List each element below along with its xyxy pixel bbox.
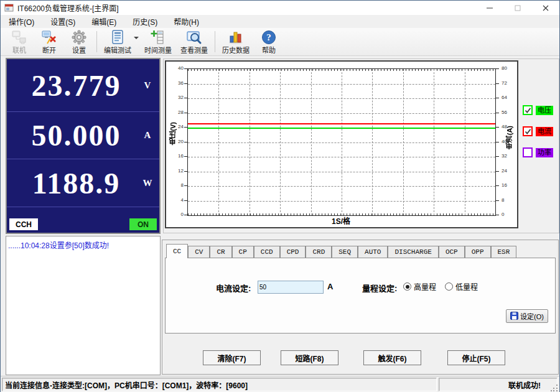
toolbar-history-data-button[interactable]: 历史数据 xyxy=(218,29,254,55)
voltage-value: 23.779 xyxy=(12,68,141,103)
close-button[interactable] xyxy=(531,1,559,15)
tab-esr[interactable]: ESR xyxy=(491,246,517,258)
button-stop[interactable]: 停止(F5) xyxy=(447,350,505,365)
current-set-unit: A xyxy=(327,282,333,291)
toolbar-setup-button[interactable]: 设置 xyxy=(64,29,94,55)
x-axis-label: 1S/格 xyxy=(187,215,495,226)
legend-item-current[interactable]: 电流 xyxy=(523,126,559,136)
axis-tick-mark xyxy=(184,113,187,113)
current-unit: A xyxy=(141,130,154,141)
axis-tick-mark xyxy=(184,200,187,201)
axis-tick-label: 16 xyxy=(502,183,514,188)
axis-tick-mark xyxy=(496,83,499,84)
button-clear[interactable]: 清除(F7) xyxy=(203,350,261,365)
axis-tick-label: 8 xyxy=(172,183,184,188)
axis-tick-mark xyxy=(184,185,187,186)
tab-ocp[interactable]: OCP xyxy=(439,246,465,258)
tab-auto[interactable]: AUTO xyxy=(358,246,388,258)
chart-plot-area xyxy=(187,68,496,216)
window-title: IT66200负载管理系统-[主界面] xyxy=(17,2,119,13)
range-radio-group: 高量程低量程 xyxy=(403,281,487,292)
axis-tick-label: 64 xyxy=(502,95,514,100)
log-message: ......10:04:28设置参[50]数成功! xyxy=(8,241,109,250)
menu-settings[interactable]: 设置(S) xyxy=(42,14,83,29)
action-button-row: 清除(F7)短路(F8)触发(F6)停止(F5) xyxy=(162,350,558,365)
axis-tick-label: 56 xyxy=(502,110,514,115)
toolbar-help-button[interactable]: ?帮助 xyxy=(254,29,284,55)
menu-history[interactable]: 历史(S) xyxy=(124,14,166,29)
status-connection-info: 当前连接信息-连接类型:[COM]，PC机串口号：[COM1]，波特率：[960… xyxy=(2,378,437,391)
control-panel: CCCVCRCPCCDCPDCRDSEQAUTODISCHARGEOCPOPPE… xyxy=(162,240,559,375)
gridline xyxy=(188,98,495,99)
help-icon: ? xyxy=(261,29,277,45)
connection-info-text: 当前连接信息-连接类型:[COM]，PC机串口号：[COM1]，波特率：[960… xyxy=(5,380,248,390)
axis-tick-mark xyxy=(496,127,499,128)
legend-checkbox-voltage[interactable] xyxy=(523,105,533,115)
button-short[interactable]: 短路(F8) xyxy=(281,350,338,365)
tab-cv[interactable]: CV xyxy=(188,246,210,258)
tab-cpd[interactable]: CPD xyxy=(280,246,306,258)
gridline xyxy=(188,84,495,85)
legend-checkbox-power[interactable] xyxy=(523,147,533,157)
toolbar-help-label: 帮助 xyxy=(262,45,276,55)
resize-grip-icon[interactable] xyxy=(551,384,558,391)
toolbar: 联机断开设置编辑测试时间测量查看测量历史数据?帮助 xyxy=(1,28,559,56)
series-line-current xyxy=(188,123,495,124)
axis-tick-mark xyxy=(496,98,499,98)
tab-discharge[interactable]: DISCHARGE xyxy=(388,246,438,258)
button-trigger[interactable]: 触发(F6) xyxy=(363,350,421,365)
toolbar-disconnect-label: 断开 xyxy=(42,45,56,55)
gridline xyxy=(188,157,495,157)
toolbar-view-measure-button[interactable]: 查看测量 xyxy=(176,29,212,55)
range-option-low[interactable]: 低量程 xyxy=(445,281,478,292)
toolbar-history-data-label: 历史数据 xyxy=(222,45,250,55)
legend-checkbox-current[interactable] xyxy=(523,126,533,136)
tab-content-cc: 电流设定: A 量程设定: 高量程低量程 设定(O) xyxy=(165,258,556,334)
gridline xyxy=(188,186,495,187)
axis-tick-label: 80 xyxy=(502,66,514,71)
connect-icon xyxy=(11,29,27,45)
toolbar-separator xyxy=(96,31,97,52)
axis-tick-mark xyxy=(184,215,187,215)
axis-tick-mark xyxy=(496,113,499,113)
toolbar-time-measure-button[interactable]: 时间测量 xyxy=(140,29,176,55)
tab-seq[interactable]: SEQ xyxy=(332,246,358,258)
legend-item-power[interactable]: 功率 xyxy=(523,147,559,157)
chart-legend: 电压电流功率 xyxy=(523,105,559,169)
mode-badge: CCH xyxy=(9,218,38,230)
axis-tick-mark xyxy=(184,156,187,157)
tab-ccd[interactable]: CCD xyxy=(254,246,280,258)
range-option-high[interactable]: 高量程 xyxy=(403,281,436,292)
axis-tick-mark xyxy=(496,171,499,172)
tab-cp[interactable]: CP xyxy=(232,246,254,258)
menu-bar: 操作(O)设置(S)编辑(E)历史(S)帮助(H) xyxy=(1,15,559,29)
legend-item-voltage[interactable]: 电压 xyxy=(523,105,559,115)
tab-opp[interactable]: OPP xyxy=(465,246,491,258)
menu-operation[interactable]: 操作(O) xyxy=(1,14,42,29)
toolbar-connect-label: 联机 xyxy=(12,45,26,55)
status-connect-result: 联机成功! xyxy=(439,378,558,391)
range-option-label: 低量程 xyxy=(455,281,478,292)
tab-crd[interactable]: CRD xyxy=(306,246,332,258)
gridline xyxy=(188,142,495,143)
menu-edit[interactable]: 编辑(E) xyxy=(83,14,124,29)
range-option-label: 高量程 xyxy=(414,281,436,292)
status-bar: 当前连接信息-连接类型:[COM]，PC机串口号：[COM1]，波特率：[960… xyxy=(1,376,559,392)
current-set-input[interactable] xyxy=(258,281,324,294)
tab-cc[interactable]: CC xyxy=(166,244,188,258)
menu-help[interactable]: 帮助(H) xyxy=(166,14,207,29)
minimize-button[interactable] xyxy=(475,1,503,15)
axis-tick-mark xyxy=(184,68,187,69)
radio-icon xyxy=(445,282,453,291)
tab-cr[interactable]: CR xyxy=(210,246,231,258)
toolbar-disconnect-button[interactable]: 断开 xyxy=(34,29,64,55)
toolbar-edit-test-button[interactable]: 编辑测试 xyxy=(100,29,140,55)
output-state-badge: ON xyxy=(129,218,157,230)
axis-tick-mark xyxy=(496,215,499,215)
axis-tick-label: 24 xyxy=(172,124,184,129)
toolbar-separator xyxy=(215,31,215,52)
axis-tick-label: 28 xyxy=(172,110,184,115)
set-button[interactable]: 设定(O) xyxy=(506,309,548,323)
toolbar-connect-button[interactable]: 联机 xyxy=(4,29,34,55)
dropdown-arrow-icon[interactable] xyxy=(134,37,139,39)
